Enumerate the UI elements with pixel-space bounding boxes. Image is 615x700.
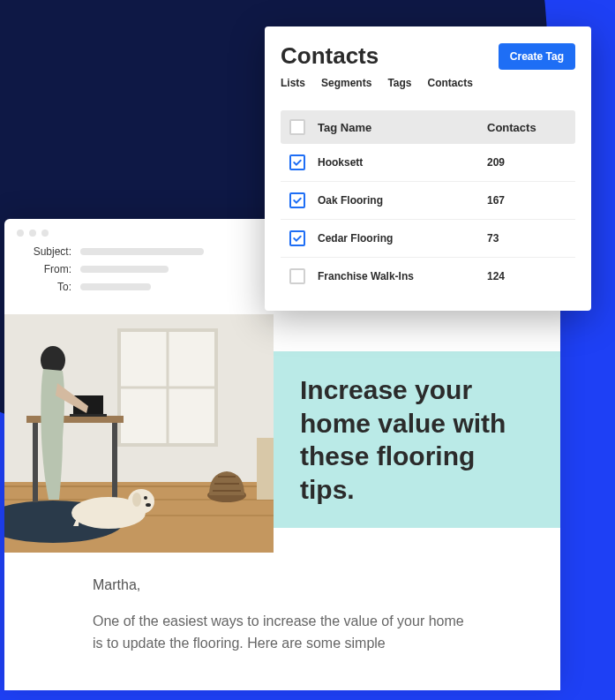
hero-image (4, 314, 274, 553)
table-body: Hooksett209Oak Flooring167Cedar Flooring… (281, 144, 575, 295)
contacts-panel: Contacts Create Tag Lists Segments Tags … (265, 26, 591, 311)
svg-rect-10 (70, 414, 107, 417)
table-row[interactable]: Oak Flooring167 (281, 182, 575, 220)
row-checkbox[interactable] (289, 268, 305, 284)
tab-segments[interactable]: Segments (321, 77, 371, 89)
select-all-checkbox[interactable] (289, 119, 305, 135)
svg-point-13 (128, 489, 154, 514)
row-contacts: 167 (487, 194, 566, 207)
table-row[interactable]: Cedar Flooring73 (281, 220, 575, 258)
row-contacts: 73 (487, 232, 566, 245)
row-name: Oak Flooring (318, 194, 487, 207)
window-dot (17, 230, 24, 237)
subject-placeholder (80, 248, 204, 255)
row-contacts: 124 (487, 270, 566, 282)
contacts-title: Contacts (281, 42, 379, 70)
row-checkbox[interactable] (289, 230, 305, 246)
row-checkbox[interactable] (289, 192, 305, 208)
from-placeholder (80, 266, 169, 273)
svg-rect-18 (257, 438, 274, 500)
tab-lists[interactable]: Lists (281, 77, 305, 89)
email-body-text: One of the easiest ways to increase the … (93, 611, 472, 655)
row-contacts: 209 (487, 156, 566, 169)
to-label: To: (22, 281, 71, 293)
window-dot (29, 230, 36, 237)
hero-title: Increase your home value with these floo… (300, 373, 534, 506)
svg-rect-7 (33, 423, 38, 502)
window-dot (41, 230, 49, 237)
table-row[interactable]: Franchise Walk-Ins124 (281, 258, 575, 295)
hero-copy-block: Increase your home value with these floo… (274, 351, 560, 528)
svg-point-14 (132, 493, 141, 507)
contacts-header: Contacts Create Tag (281, 42, 575, 70)
tab-contacts[interactable]: Contacts (428, 77, 473, 89)
table-row[interactable]: Hooksett209 (281, 144, 575, 182)
subject-label: Subject: (22, 245, 71, 258)
email-body: Martha, One of the easiest ways to incre… (4, 553, 560, 655)
create-tag-button[interactable]: Create Tag (499, 43, 575, 70)
row-name: Cedar Flooring (318, 232, 487, 245)
table-header: Tag Name Contacts (281, 110, 575, 144)
column-header-contacts: Contacts (487, 121, 566, 134)
tab-tags[interactable]: Tags (387, 77, 411, 89)
row-name: Franchise Walk-Ins (318, 270, 487, 282)
from-label: From: (22, 263, 71, 275)
svg-point-15 (144, 496, 147, 500)
email-greeting: Martha, (93, 577, 472, 593)
row-checkbox[interactable] (289, 154, 305, 170)
contacts-tabs: Lists Segments Tags Contacts (281, 77, 575, 89)
column-header-name: Tag Name (318, 121, 487, 134)
row-name: Hooksett (318, 156, 487, 169)
to-placeholder (80, 283, 151, 290)
svg-rect-8 (112, 423, 117, 502)
svg-point-16 (146, 503, 151, 507)
email-hero: Increase your home value with these floo… (4, 314, 560, 553)
